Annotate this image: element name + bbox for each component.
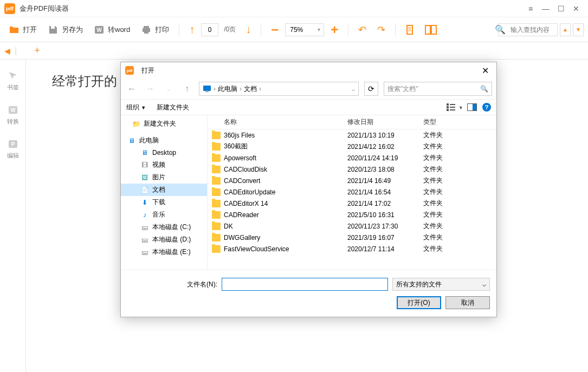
breadcrumb[interactable]: › 此电脑 › 文档 › ⌵ <box>199 82 359 96</box>
breadcrumb-dropdown-icon[interactable]: ⌵ <box>352 86 355 92</box>
file-row[interactable]: CADCloudDisk2020/12/3 18:08文件夹 <box>208 164 496 175</box>
nav-up-button[interactable]: ↑ <box>180 82 193 95</box>
rotate-left-button[interactable]: ↶ <box>354 21 371 39</box>
sidebar-convert[interactable]: W 转换 <box>7 105 19 126</box>
dialog-nav: ← → ⌵ ↑ › 此电脑 › 文档 › ⌵ ⟳ 搜索"文档" 🔍 <box>121 79 496 99</box>
preview-pane-button[interactable] <box>467 103 477 111</box>
svg-rect-18 <box>450 107 455 108</box>
page-number-input[interactable] <box>201 23 218 36</box>
tree-pictures[interactable]: 🖼图片 <box>121 171 207 184</box>
filename-input[interactable] <box>222 278 388 291</box>
up-arrow-button[interactable]: ↑ <box>185 20 199 39</box>
down-arrow-button[interactable]: ↓ <box>241 20 255 39</box>
save-as-button[interactable]: 另存为 <box>43 21 87 38</box>
tree-drive-d[interactable]: 🖴本地磁盘 (D:) <box>121 233 207 246</box>
svg-rect-13 <box>205 92 209 92</box>
save-as-label: 另存为 <box>62 25 83 35</box>
file-type-filter[interactable]: 所有支持的文件 <box>392 278 490 291</box>
close-button[interactable]: ✕ <box>568 1 584 16</box>
open-file-dialog: pdf 打开 ✕ ← → ⌵ ↑ › 此电脑 › 文档 › ⌵ ⟳ 搜索"文档"… <box>120 62 497 317</box>
file-row[interactable]: CADReader2021/5/10 16:31文件夹 <box>208 209 496 220</box>
zoom-value: 75% <box>290 26 303 34</box>
search-icon: 🔍 <box>480 85 488 93</box>
app-title: 金舟PDF阅读器 <box>20 4 69 14</box>
folder-icon <box>212 188 221 196</box>
tab-back-icon[interactable]: ◀ <box>4 47 10 55</box>
svg-rect-15 <box>447 106 449 108</box>
dialog-close-button[interactable]: ✕ <box>479 66 492 76</box>
tree-desktop[interactable]: 🖥Desktop <box>121 147 207 159</box>
col-name-header[interactable]: 名称 <box>212 118 347 127</box>
zoom-select[interactable]: 75% <box>285 23 324 36</box>
file-row[interactable]: DWGGallery2021/3/19 16:07文件夹 <box>208 232 496 243</box>
save-icon <box>48 24 59 35</box>
svg-rect-19 <box>450 109 455 110</box>
dialog-toolbar: 组织 ▼ 新建文件夹 ▼ ? <box>121 99 496 115</box>
app-logo: pdf <box>4 3 15 14</box>
col-date-header[interactable]: 修改日期 <box>347 118 423 127</box>
nav-back-button[interactable]: ← <box>125 82 138 95</box>
tree-drive-e[interactable]: 🖴本地磁盘 (E:) <box>121 246 207 258</box>
open-label: 打开 <box>23 25 37 35</box>
maximize-button[interactable]: ☐ <box>553 1 568 16</box>
open-button[interactable]: 打开 <box>4 21 41 38</box>
folder-icon <box>212 166 221 173</box>
tree-music[interactable]: ♪音乐 <box>121 208 207 221</box>
zoom-in-button[interactable]: + <box>326 19 343 41</box>
folder-icon <box>212 154 221 162</box>
file-row[interactable]: CADEditorX 142021/1/4 17:02文件夹 <box>208 198 496 209</box>
tree-drive-c[interactable]: 🖴本地磁盘 (C:) <box>121 221 207 233</box>
refresh-button[interactable]: ⟳ <box>364 82 378 96</box>
zoom-out-button[interactable]: − <box>267 19 283 41</box>
col-type-header[interactable]: 类型 <box>423 118 492 127</box>
toolbar: 打开 另存为 W 转word 打印 ↑ /0页 ↓ − 75% + ↶ ↷ 🔍 … <box>0 17 588 42</box>
tree-downloads[interactable]: ⬇下载 <box>121 196 207 208</box>
file-row[interactable]: 360js Files2021/1/13 10:19文件夹 <box>208 129 496 141</box>
new-tab-button[interactable]: + <box>34 45 40 56</box>
breadcrumb-pc[interactable]: 此电脑 <box>218 84 237 94</box>
folder-icon <box>212 223 221 230</box>
tree-documents[interactable]: 📄文档 <box>121 184 207 196</box>
print-button[interactable]: 打印 <box>137 21 173 38</box>
file-row[interactable]: FastViewCloudService2020/12/7 11:14文件夹 <box>208 243 496 254</box>
breadcrumb-docs[interactable]: 文档 <box>244 84 257 94</box>
search-next-button[interactable]: ▼ <box>573 23 584 36</box>
file-list-header: 名称 修改日期 类型 <box>208 115 496 129</box>
help-icon[interactable]: ? <box>482 103 491 112</box>
file-row[interactable]: DK2020/11/23 17:30文件夹 <box>208 220 496 232</box>
dialog-open-button[interactable]: 打开(O) <box>397 296 441 309</box>
nav-forward-button[interactable]: → <box>144 82 157 95</box>
sidebar-edit[interactable]: P 编辑 <box>7 139 19 160</box>
rotate-right-button[interactable]: ↷ <box>373 21 390 39</box>
organize-button[interactable]: 组织 ▼ <box>126 103 146 112</box>
minimize-button[interactable]: — <box>538 1 553 16</box>
dialog-search-input[interactable]: 搜索"文档" 🔍 <box>384 82 492 96</box>
file-row[interactable]: CADEditorUpdate2021/1/4 16:54文件夹 <box>208 186 496 198</box>
menu-icon[interactable]: ≡ <box>523 1 538 16</box>
dialog-search-placeholder: 搜索"文档" <box>387 84 418 94</box>
dialog-cancel-button[interactable]: 取消 <box>445 296 490 309</box>
folder-icon <box>212 200 221 207</box>
tree-this-pc[interactable]: 🖥此电脑 <box>121 134 207 147</box>
search-input[interactable] <box>498 23 558 36</box>
nav-history-button[interactable]: ⌵ <box>162 82 175 95</box>
tree-new-folder[interactable]: 📁新建文件夹 <box>121 118 207 130</box>
svg-text:W: W <box>10 107 16 113</box>
titlebar: pdf 金舟PDF阅读器 ≡ — ☐ ✕ <box>0 0 588 17</box>
file-row[interactable]: Apowersoft2020/11/24 14:19文件夹 <box>208 152 496 164</box>
new-folder-button[interactable]: 新建文件夹 <box>157 103 189 112</box>
double-page-button[interactable] <box>421 22 441 38</box>
file-row[interactable]: 360截图2021/4/12 16:02文件夹 <box>208 141 496 152</box>
file-row[interactable]: CADConvert2021/1/4 16:49文件夹 <box>208 175 496 186</box>
search-prev-button[interactable]: ▲ <box>560 23 571 36</box>
view-mode-button[interactable]: ▼ <box>447 103 462 112</box>
single-page-button[interactable] <box>401 22 418 38</box>
to-word-button[interactable]: W 转word <box>89 21 134 38</box>
tree-videos[interactable]: 🎞视频 <box>121 159 207 171</box>
svg-rect-6 <box>425 25 430 34</box>
sidebar-bookmark[interactable]: 书签 <box>7 70 19 92</box>
search-container: 🔍 ▲ ▼ <box>492 23 584 36</box>
dialog-footer: 文件名(N): 所有支持的文件 打开(O) 取消 <box>121 270 496 317</box>
svg-rect-16 <box>447 109 449 111</box>
svg-text:P: P <box>11 141 15 147</box>
